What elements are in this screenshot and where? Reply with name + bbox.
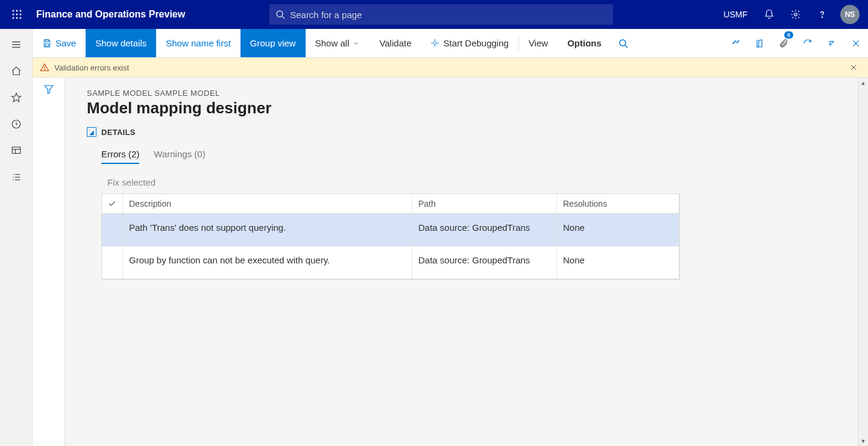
- tab-warnings[interactable]: Warnings (0): [154, 146, 205, 164]
- cell-path: Data source: GroupedTrans: [412, 247, 557, 279]
- hamburger-icon[interactable]: [0, 31, 33, 58]
- validate-button[interactable]: Validate: [370, 29, 421, 57]
- warning-message: Validation errors exist: [54, 63, 129, 72]
- svg-rect-18: [12, 147, 20, 154]
- svg-point-12: [822, 17, 822, 17]
- warning-strip: Validation errors exist: [33, 58, 868, 78]
- table-row[interactable]: Group by function can not be executed wi…: [102, 247, 679, 279]
- cell-path: Data source: GroupedTrans: [412, 214, 557, 247]
- search-icon: [275, 10, 285, 19]
- cell-resolutions: None: [557, 247, 679, 279]
- star-icon[interactable]: [0, 84, 33, 111]
- svg-point-29: [433, 42, 436, 45]
- nav-rail: [0, 29, 33, 446]
- page-title: Model mapping designer: [87, 99, 846, 118]
- svg-point-1: [16, 10, 18, 12]
- search-box[interactable]: [269, 4, 613, 25]
- view-button[interactable]: View: [519, 29, 558, 57]
- chevron-down-icon: [353, 40, 360, 47]
- svg-point-11: [794, 13, 797, 16]
- svg-marker-16: [11, 93, 20, 102]
- cell-description: Path 'Trans' does not support querying.: [123, 214, 412, 247]
- attachments-badge: 0: [784, 31, 793, 39]
- svg-marker-45: [45, 86, 53, 94]
- breadcrumb: SAMPLE MODEL SAMPLE MODEL: [87, 89, 846, 98]
- cell-description: Group by function can not be executed wi…: [123, 247, 412, 279]
- scrollbar[interactable]: ▲ ▼: [858, 78, 868, 446]
- svg-rect-27: [45, 40, 48, 42]
- svg-line-35: [625, 45, 627, 48]
- app-title: Finance and Operations Preview: [36, 9, 185, 20]
- popout-icon[interactable]: [820, 29, 844, 57]
- options-button[interactable]: Options: [558, 29, 611, 57]
- svg-marker-37: [736, 40, 739, 43]
- modules-icon[interactable]: [0, 164, 33, 190]
- svg-marker-36: [732, 40, 737, 44]
- show-all-button[interactable]: Show all: [306, 29, 370, 57]
- page-content: SAMPLE MODEL SAMPLE MODEL Model mapping …: [65, 78, 868, 446]
- svg-point-8: [20, 17, 22, 19]
- recent-icon[interactable]: [0, 111, 33, 137]
- app-header: Finance and Operations Preview USMF NS: [0, 0, 868, 29]
- warning-icon: [40, 63, 49, 72]
- column-resolutions[interactable]: Resolutions: [557, 194, 679, 214]
- save-button[interactable]: Save: [33, 29, 86, 57]
- svg-line-10: [282, 16, 285, 19]
- svg-point-6: [13, 17, 14, 19]
- gear-icon[interactable]: [784, 0, 808, 29]
- svg-point-34: [620, 40, 626, 46]
- start-debugging-button[interactable]: Start Debugging: [421, 29, 518, 57]
- search-input[interactable]: [290, 10, 607, 20]
- filter-icon[interactable]: [43, 84, 54, 446]
- personalize-icon[interactable]: [723, 29, 747, 57]
- refresh-icon[interactable]: [796, 29, 820, 57]
- avatar[interactable]: NS: [840, 5, 860, 24]
- column-select[interactable]: [102, 194, 123, 214]
- svg-point-5: [20, 14, 22, 16]
- tabs: Errors (2) Warnings (0): [101, 146, 846, 164]
- group-view-button[interactable]: Group view: [241, 29, 306, 57]
- section-title: DETAILS: [101, 128, 136, 137]
- svg-point-4: [16, 14, 18, 16]
- svg-point-3: [13, 14, 14, 16]
- table-row[interactable]: Path 'Trans' does not support querying. …: [102, 214, 679, 247]
- help-icon[interactable]: [810, 0, 834, 29]
- errors-grid: Description Path Resolutions Path 'Trans…: [101, 193, 680, 280]
- fix-selected-button: Fix selected: [107, 177, 846, 187]
- find-icon[interactable]: [611, 29, 635, 57]
- svg-point-2: [20, 10, 22, 12]
- debug-icon: [430, 39, 439, 48]
- bell-icon[interactable]: [757, 0, 781, 29]
- show-details-button[interactable]: Show details: [86, 29, 156, 57]
- svg-point-0: [13, 10, 14, 12]
- scroll-up-icon[interactable]: ▲: [858, 78, 868, 88]
- svg-point-9: [277, 11, 283, 17]
- scroll-down-icon[interactable]: ▼: [858, 436, 868, 446]
- home-icon[interactable]: [0, 58, 33, 84]
- svg-rect-28: [45, 43, 48, 46]
- show-name-first-button[interactable]: Show name first: [156, 29, 241, 57]
- filter-pane: [33, 78, 65, 446]
- column-path[interactable]: Path: [412, 194, 557, 214]
- svg-point-42: [44, 69, 45, 70]
- company-code[interactable]: USMF: [716, 10, 755, 19]
- collapse-toggle-icon[interactable]: ◢: [87, 127, 96, 137]
- warning-close-icon[interactable]: [846, 60, 861, 75]
- attachments-button[interactable]: 0: [772, 29, 796, 57]
- svg-point-7: [16, 17, 18, 19]
- workspace-icon[interactable]: [0, 137, 33, 164]
- action-bar: Save Show details Show name first Group …: [33, 29, 868, 58]
- column-description[interactable]: Description: [123, 194, 412, 214]
- office-icon[interactable]: [747, 29, 772, 57]
- waffle-icon[interactable]: [5, 0, 29, 29]
- save-label: Save: [55, 38, 76, 48]
- tab-errors[interactable]: Errors (2): [101, 146, 139, 164]
- close-icon[interactable]: [844, 29, 868, 57]
- cell-resolutions: None: [557, 214, 679, 247]
